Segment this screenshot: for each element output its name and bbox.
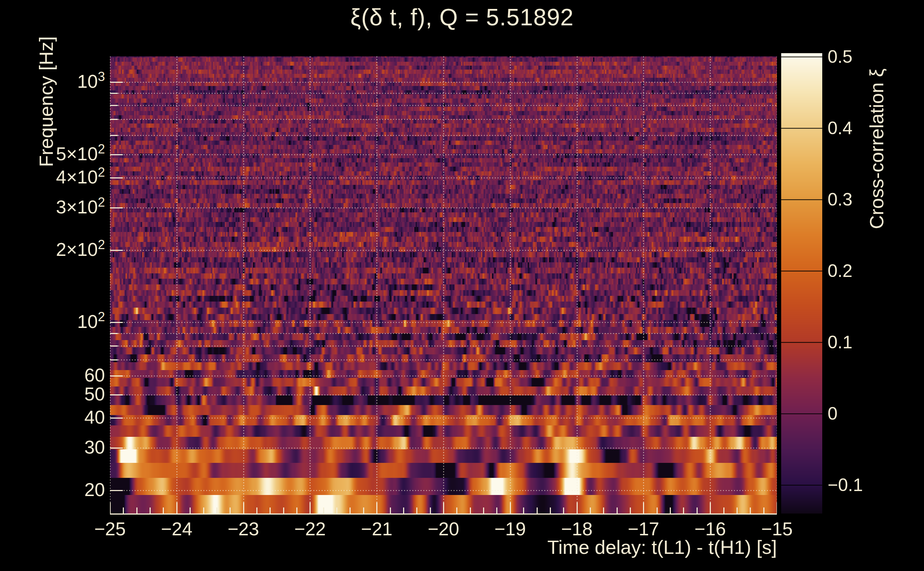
y-tick-label: 4×102 — [56, 166, 105, 188]
y-tick-label: 20 — [84, 479, 105, 500]
y-tick-label: 103 — [77, 71, 105, 92]
colorbar-tick-label: 0.5 — [828, 46, 853, 67]
colorbar-tick-label: 0.1 — [828, 332, 853, 353]
chart-title: ξ(δ t, f), Q = 5.51892 — [0, 3, 924, 31]
y-tick-label: 50 — [84, 383, 105, 405]
figure-root: ξ(δ t, f), Q = 5.51892 Frequency [Hz] Ti… — [0, 0, 924, 571]
y-tick-label: 5×102 — [56, 143, 105, 164]
y-tick-label: 40 — [84, 406, 105, 428]
colorbar-tick-label: 0.3 — [828, 189, 853, 210]
colorbar-title: Cross-correlation ξ — [865, 68, 888, 229]
colorbar-tick-label: 0.2 — [828, 261, 853, 281]
colorbar-canvas — [781, 53, 822, 514]
y-tick-label: 30 — [84, 437, 105, 458]
y-axis-title: Frequency [Hz] — [35, 36, 57, 167]
y-tick-label: 102 — [77, 311, 105, 332]
colorbar-tick-label: −0.1 — [828, 475, 863, 495]
y-tick-label: 2×102 — [56, 238, 105, 260]
heatmap-canvas — [110, 56, 777, 515]
y-tick-label: 60 — [84, 364, 105, 386]
colorbar-tick-label: 0 — [828, 403, 837, 424]
colorbar-tick-label: 0.4 — [828, 118, 853, 139]
y-tick-label: 3×102 — [56, 196, 105, 218]
